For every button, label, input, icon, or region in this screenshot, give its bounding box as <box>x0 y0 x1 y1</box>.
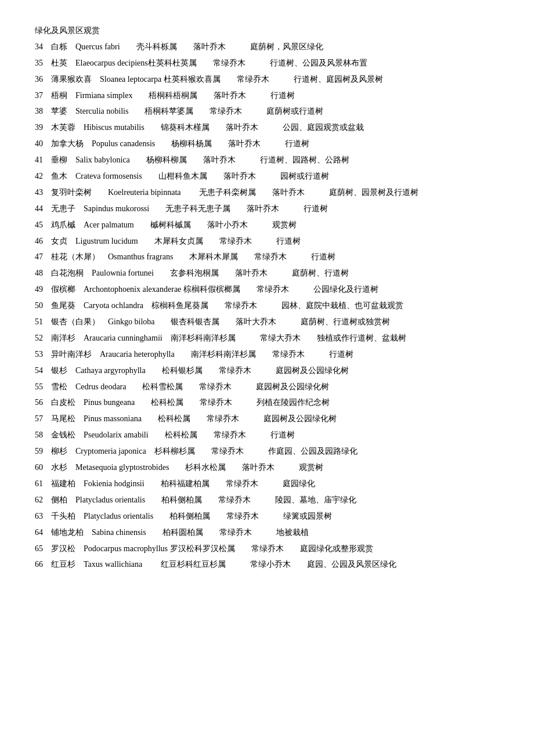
entry: 43 复羽叶栾树 Koelreuteria bipinnata 无患子科栾树属 … <box>35 185 499 200</box>
entry: 48 白花泡桐 Paulownia fortunei 玄参科泡桐属 落叶乔木 庭… <box>35 266 499 281</box>
entry: 34 白栎 Quercus fabri 壳斗科栎属 落叶乔木 庭荫树，风景区绿化 <box>35 39 499 55</box>
entry: 62 侧柏 Platycladus orientalis 柏科侧柏属 常绿乔木 … <box>35 493 499 508</box>
entry: 45 鸡爪槭 Acer palmatum 槭树科槭属 落叶小乔木 观赏树 <box>35 218 499 233</box>
entry: 36 薄果猴欢喜 Sloanea leptocarpa 杜英科猴欢喜属 常绿乔木… <box>35 72 499 87</box>
entry: 42 鱼木 Crateva formosensis 山柑科鱼木属 落叶乔木 园树… <box>35 169 499 184</box>
entry: 60 水杉 Metasequoia glyptostrobides 杉科水松属 … <box>35 460 499 475</box>
entry: 56 白皮松 Pinus bungeana 松科松属 常绿乔木 列植在陵园作纪念… <box>35 395 499 410</box>
entry: 53 异叶南洋杉 Araucaria heterophylla 南洋杉科南洋杉属… <box>35 347 499 362</box>
entry: 44 无患子 Sapindus mukorossi 无患子科无患子属 落叶乔木 … <box>35 201 499 216</box>
entry: 46 女贞 Ligustrum lucidum 木犀科女贞属 常绿乔木 行道树 <box>35 234 499 249</box>
entry: 65 罗汉松 Podocarpus macrophyllus 罗汉松科罗汉松属 … <box>35 541 499 556</box>
entry: 55 雪松 Cedrus deodara 松科雪松属 常绿乔木 庭园树及公园绿化… <box>35 379 499 395</box>
entry: 49 假槟榔 Archontophoenix alexanderae 棕榈科假槟… <box>35 282 499 297</box>
entry: 37 梧桐 Firmiana simplex 梧桐科梧桐属 落叶乔木 行道树 <box>35 88 499 103</box>
entry: 39 木芙蓉 Hibiscus mutabilis 锦葵科木槿属 落叶乔木 公园… <box>35 120 499 135</box>
entry: 64 铺地龙柏 Sabina chinensis 柏科圆柏属 常绿乔木 地被栽植 <box>35 525 499 540</box>
entry: 66 红豆杉 Taxus wallichiana 红豆杉科红豆杉属 常绿小乔木 … <box>35 557 499 572</box>
entry: 47 桂花（木犀） Osmanthus fragrans 木犀科木犀属 常绿乔木… <box>35 249 499 265</box>
entry: 50 鱼尾葵 Caryota ochlandra 棕榈科鱼尾葵属 常绿乔木 园林… <box>35 298 499 313</box>
entry: 52 南洋杉 Araucaria cunninghamii 南洋杉科南洋杉属 常… <box>35 331 499 346</box>
entry: 54 银杉 Cathaya argyrophylla 松科银杉属 常绿乔木 庭园… <box>35 363 499 378</box>
entry: 40 加拿大杨 Populus canadensis 杨柳科杨属 落叶乔木 行道… <box>35 136 499 151</box>
entry: 38 苹婆 Sterculia nobilis 梧桐科苹婆属 常绿乔木 庭荫树或… <box>35 104 499 119</box>
entry: 51 银杏（白果） Ginkgo biloba 银杏科银杏属 落叶大乔木 庭荫树… <box>35 314 499 330</box>
entry: 61 福建柏 Fokienia hodginsii 柏科福建柏属 常绿乔木 庭园… <box>35 476 499 491</box>
entry: 63 千头柏 Platycladus orientalis 柏科侧柏属 常绿乔木… <box>35 509 499 524</box>
entry: 59 柳杉 Cryptomeria japonica 杉科柳杉属 常绿乔木 作庭… <box>35 444 499 459</box>
entry: 58 金钱松 Pseudolarix amabili 松科松属 常绿乔木 行道树 <box>35 428 499 443</box>
entry: 41 垂柳 Salix babylonica 杨柳科柳属 落叶乔木 行道树、园路… <box>35 153 499 168</box>
entry: 35 杜英 Elaeocarpus decipiens杜英科杜英属 常绿乔木 行… <box>35 56 499 71</box>
section-header: 绿化及风景区观赏 <box>35 23 499 38</box>
page-content: 绿化及风景区观赏 34 白栎 Quercus fabri 壳斗科栎属 落叶乔木 … <box>35 23 499 572</box>
entry: 57 马尾松 Pinus massoniana 松科松属 常绿乔木 庭园树及公园… <box>35 411 499 426</box>
